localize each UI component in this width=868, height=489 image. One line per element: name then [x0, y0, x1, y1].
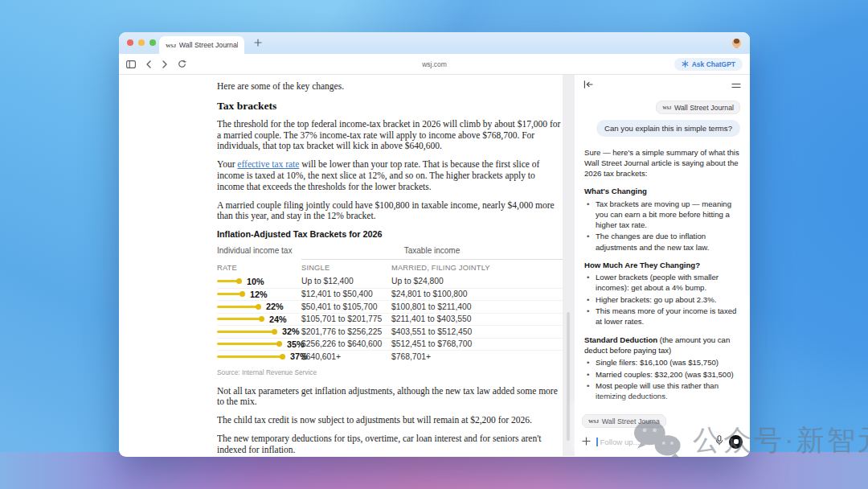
bullet-item: The changes are due to inflation adjustm…: [584, 231, 740, 252]
user-message-bubble: Can you explain this in simple terms?: [596, 120, 740, 137]
tab-wall-street-journal[interactable]: WSJ Wall Street Journal: [159, 36, 244, 54]
single-range: $640,601+: [301, 352, 391, 361]
article-paragraph: Here are some of the key changes.: [217, 81, 563, 92]
back-icon[interactable]: [145, 57, 152, 72]
text: Your: [217, 159, 237, 169]
desktop: { "browser": { "tab_title": "Wall Street…: [0, 0, 868, 489]
ask-chatgpt-label: Ask ChatGPT: [692, 60, 735, 68]
married-range: $24,801 to $100,800: [391, 290, 563, 298]
tab-strip: WSJ Wall Street Journal: [119, 32, 750, 54]
assistant-section: Standard Deduction (the amount you can d…: [584, 335, 740, 402]
table-row: 24% $105,701 to $201,775 $211,401 to $40…: [217, 313, 563, 326]
browser-toolbar: wsj.com Ask ChatGPT: [119, 54, 750, 75]
tax-brackets-chart: Inflation-Adjusted Tax Brackets for 2026…: [217, 229, 563, 376]
chart-title: Inflation-Adjusted Tax Brackets for 2026: [217, 229, 563, 239]
bullet-item: Tax brackets are moving up — meaning you…: [584, 199, 740, 230]
bullet-item: Lower brackets (people with smaller inco…: [584, 272, 740, 293]
article-page: Here are some of the key changes. Tax br…: [119, 75, 563, 456]
single-range: $256,226 to $640,600: [301, 339, 391, 348]
new-tab-button[interactable]: [254, 35, 262, 50]
married-range: $100,801 to $211,400: [391, 302, 563, 311]
rate-bar: [217, 280, 240, 282]
assistant-intro: Sure — here's a simple summary of what t…: [584, 147, 740, 179]
article-paragraph: Not all tax parameters get inflation adj…: [217, 386, 563, 409]
article-paragraph: The threshold for the top federal income…: [217, 119, 563, 152]
single-range: $105,701 to $201,775: [301, 314, 391, 323]
chart-subtitle-left: Individual income tax: [217, 246, 301, 260]
rate-bar: [217, 355, 283, 358]
column-header-single: SINGLE: [301, 264, 391, 272]
single-range: $201,776 to $256,225: [301, 327, 391, 336]
tab-title: Wall Street Journal: [179, 41, 238, 49]
table-row: 22% $50,401 to $105,700 $100,801 to $211…: [217, 300, 563, 313]
plus-icon: [254, 39, 262, 47]
collapse-panel-icon[interactable]: [583, 77, 593, 92]
rate-label: 10%: [247, 277, 264, 286]
close-window-button[interactable]: [127, 39, 133, 46]
section-heading-tax-brackets: Tax brackets: [217, 100, 563, 113]
table-row: 35% $256,226 to $640,600 $512,451 to $76…: [217, 338, 563, 351]
chat-input-area: WSJ Wall Street Journa Follow up...: [575, 407, 750, 456]
article-paragraph: The new temporary deductions for tips, o…: [217, 434, 563, 456]
married-range: $211,401 to $403,550: [391, 314, 563, 323]
ask-chatgpt-button[interactable]: Ask ChatGPT: [674, 58, 743, 71]
assistant-section: What's Changing Tax brackets are moving …: [584, 186, 740, 252]
followup-input[interactable]: Follow up...: [600, 438, 710, 446]
rate-label: 32%: [282, 327, 300, 336]
window-content: Here are some of the key changes. Tax br…: [119, 75, 750, 456]
bullet-item: This means more of your income is taxed …: [584, 306, 740, 327]
address-bar[interactable]: wsj.com: [119, 60, 750, 68]
reload-icon[interactable]: [178, 57, 186, 72]
section-heading: How Much Are They Changing?: [584, 261, 700, 269]
wsj-favicon-icon: WSJ: [662, 105, 671, 110]
rate-bar: [217, 343, 280, 345]
context-chip-wsj[interactable]: WSJ Wall Street Journa: [582, 414, 666, 428]
chatgpt-logo-icon: [682, 60, 689, 68]
voice-mode-button[interactable]: [729, 435, 743, 449]
chat-messages: WSJ Wall Street Journal Can you explain …: [575, 94, 750, 456]
article-paragraph: A married couple filing jointly could ha…: [217, 200, 563, 223]
attachment-chip-wsj[interactable]: WSJ Wall Street Journal: [656, 101, 740, 114]
article-paragraph: The child tax credit is now subject to a…: [217, 415, 563, 426]
table-row: 37% $640,601+ $768,701+: [217, 350, 563, 363]
text-cursor: [596, 438, 598, 446]
menu-icon[interactable]: [731, 77, 741, 92]
article-paragraph: Your effective tax rate will be lower th…: [217, 159, 563, 192]
assistant-message: Sure — here's a simple summary of what t…: [584, 147, 740, 450]
context-chip-label: Wall Street Journa: [602, 417, 660, 425]
rate-label: 24%: [269, 314, 287, 324]
bullet-item: Single filers: $16,100 (was $15,750): [584, 357, 740, 368]
column-header-rate: RATE: [217, 264, 301, 272]
section-heading: What's Changing: [584, 187, 647, 195]
single-range: $12,401 to $50,400: [301, 290, 391, 298]
maximize-window-button[interactable]: [149, 39, 156, 46]
page-scrollbar-thumb[interactable]: [567, 312, 570, 441]
bullet-item: Most people will use this rather than it…: [584, 380, 740, 401]
table-row: 12% $12,401 to $50,400 $24,801 to $100,8…: [217, 288, 563, 301]
forward-icon[interactable]: [162, 57, 168, 72]
browser-window: WSJ Wall Street Journal wsj.com Ask Chat…: [119, 32, 750, 457]
married-range: $403,551 to $512,450: [391, 327, 563, 336]
microphone-icon[interactable]: [715, 434, 723, 449]
wsj-favicon-icon: WSJ: [588, 418, 599, 424]
user-avatar[interactable]: [731, 38, 742, 48]
minimize-window-button[interactable]: [138, 39, 145, 46]
column-header-married: MARRIED, FILING JOINTLY: [391, 264, 563, 272]
page-scrollbar-track: [563, 75, 575, 456]
rate-label: 12%: [250, 290, 268, 299]
married-range: $768,701+: [391, 352, 563, 361]
table-row: 32% $201,776 to $256,225 $403,551 to $51…: [217, 325, 563, 338]
window-controls: [127, 39, 156, 46]
chart-source: Source: Internal Revenue Service: [217, 368, 563, 376]
rate-bar: [217, 306, 259, 308]
table-row: 10% Up to $12,400 Up to $24,800: [217, 275, 563, 288]
chatgpt-sidebar: WSJ Wall Street Journal Can you explain …: [575, 75, 750, 456]
rate-bar: [217, 331, 275, 333]
chart-group-header: Taxable income: [301, 246, 563, 260]
assistant-section: How Much Are They Changing? Lower bracke…: [584, 260, 740, 327]
rate-label: 22%: [266, 302, 284, 311]
add-attachment-button[interactable]: [582, 434, 591, 449]
sidebar-toggle-icon[interactable]: [126, 57, 136, 72]
effective-tax-rate-link[interactable]: effective tax rate: [237, 159, 299, 169]
bullet-item: Married couples: $32,200 (was $31,500): [584, 369, 740, 380]
